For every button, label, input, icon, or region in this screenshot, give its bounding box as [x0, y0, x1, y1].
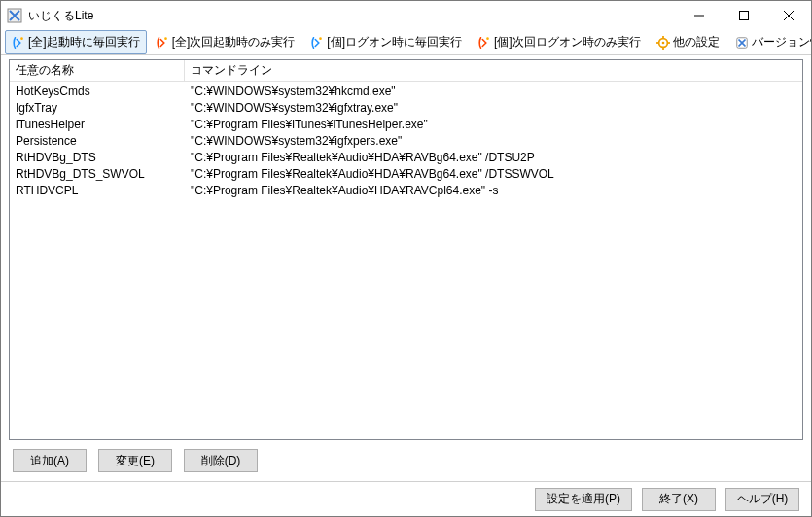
cell-name: Persistence	[10, 134, 185, 148]
edit-button[interactable]: 変更(E)	[98, 449, 172, 472]
tab-5[interactable]: バージョン情報	[728, 30, 812, 54]
cell-name: RTHDVCPL	[10, 184, 185, 197]
svg-point-10	[661, 41, 664, 44]
tab-4[interactable]: 他の設定	[650, 30, 726, 54]
list-item[interactable]: Persistence"C:¥WINDOWS¥system32¥igfxpers…	[10, 132, 802, 149]
apply-button[interactable]: 設定を適用(P)	[535, 488, 632, 511]
tab-1[interactable]: [全]次回起動時のみ実行	[149, 30, 302, 54]
footer: 設定を適用(P) 終了(X) ヘルプ(H)	[1, 481, 811, 516]
cell-cmd: "C:¥Program Files¥Realtek¥Audio¥HDA¥RAVB…	[185, 167, 802, 181]
cell-name: iTunesHelper	[10, 118, 185, 131]
minimize-button[interactable]	[677, 1, 722, 30]
gear-icon	[656, 36, 670, 50]
list-item[interactable]: RTHDVCPL"C:¥Program Files¥Realtek¥Audio¥…	[10, 182, 802, 198]
window-title: いじくるLite	[28, 8, 93, 24]
svg-point-7	[320, 37, 323, 40]
svg-point-6	[164, 37, 167, 40]
app-icon	[7, 8, 22, 23]
help-button[interactable]: ヘルプ(H)	[725, 488, 799, 511]
run-icon	[12, 36, 25, 50]
action-buttons: 追加(A) 変更(E) 削除(D)	[1, 440, 811, 481]
content-area: 任意の名称 コマンドライン HotKeysCmds"C:¥WINDOWS¥sys…	[1, 55, 811, 440]
tab-label: バージョン情報	[752, 34, 812, 51]
delete-button[interactable]: 削除(D)	[184, 449, 258, 472]
cell-cmd: "C:¥Program Files¥Realtek¥Audio¥HDA¥RAVB…	[185, 151, 802, 164]
cell-cmd: "C:¥WINDOWS¥system32¥igfxtray.exe"	[185, 101, 802, 115]
list-item[interactable]: HotKeysCmds"C:¥WINDOWS¥system32¥hkcmd.ex…	[10, 83, 802, 99]
titlebar: いじくるLite	[1, 1, 811, 30]
list-rows: HotKeysCmds"C:¥WINDOWS¥system32¥hkcmd.ex…	[10, 82, 802, 198]
tab-3[interactable]: [個]次回ログオン時のみ実行	[471, 30, 648, 54]
cell-cmd: "C:¥WINDOWS¥system32¥hkcmd.exe"	[185, 85, 802, 98]
startup-listview[interactable]: 任意の名称 コマンドライン HotKeysCmds"C:¥WINDOWS¥sys…	[9, 59, 803, 440]
svg-point-8	[486, 37, 489, 40]
cell-name: RtHDVBg_DTS	[10, 151, 185, 164]
tab-label: [個]次回ログオン時のみ実行	[494, 34, 641, 51]
tab-0[interactable]: [全]起動時に毎回実行	[5, 30, 147, 54]
run-icon	[310, 36, 324, 50]
list-header: 任意の名称 コマンドライン	[10, 60, 802, 82]
list-item[interactable]: iTunesHelper"C:¥Program Files¥iTunes¥iTu…	[10, 116, 802, 132]
tab-label: 他の設定	[673, 34, 720, 51]
tab-bar: [全]起動時に毎回実行[全]次回起動時のみ実行[個]ログオン時に毎回実行[個]次…	[1, 30, 811, 55]
exit-button[interactable]: 終了(X)	[642, 488, 716, 511]
cell-name: HotKeysCmds	[10, 85, 185, 98]
tab-label: [全]起動時に毎回実行	[28, 34, 140, 51]
tab-2[interactable]: [個]ログオン時に毎回実行	[303, 30, 469, 54]
run-icon	[156, 36, 169, 50]
info-icon	[735, 36, 749, 50]
close-button[interactable]	[766, 1, 811, 30]
cell-cmd: "C:¥WINDOWS¥system32¥igfxpers.exe"	[185, 134, 802, 148]
list-item[interactable]: IgfxTray"C:¥WINDOWS¥system32¥igfxtray.ex…	[10, 99, 802, 116]
svg-point-5	[20, 37, 23, 40]
run-icon	[477, 36, 491, 50]
svg-rect-2	[740, 12, 749, 20]
tab-label: [全]次回起動時のみ実行	[172, 34, 296, 51]
maximize-button[interactable]	[722, 1, 766, 30]
col-cmd[interactable]: コマンドライン	[185, 60, 802, 82]
tab-label: [個]ログオン時に毎回実行	[327, 34, 462, 51]
list-item[interactable]: RtHDVBg_DTS"C:¥Program Files¥Realtek¥Aud…	[10, 149, 802, 165]
cell-cmd: "C:¥Program Files¥iTunes¥iTunesHelper.ex…	[185, 118, 802, 131]
cell-cmd: "C:¥Program Files¥Realtek¥Audio¥HDA¥RAVC…	[185, 184, 802, 197]
add-button[interactable]: 追加(A)	[13, 449, 87, 472]
cell-name: RtHDVBg_DTS_SWVOL	[10, 167, 185, 181]
col-name[interactable]: 任意の名称	[10, 60, 185, 82]
list-item[interactable]: RtHDVBg_DTS_SWVOL"C:¥Program Files¥Realt…	[10, 165, 802, 182]
cell-name: IgfxTray	[10, 101, 185, 115]
